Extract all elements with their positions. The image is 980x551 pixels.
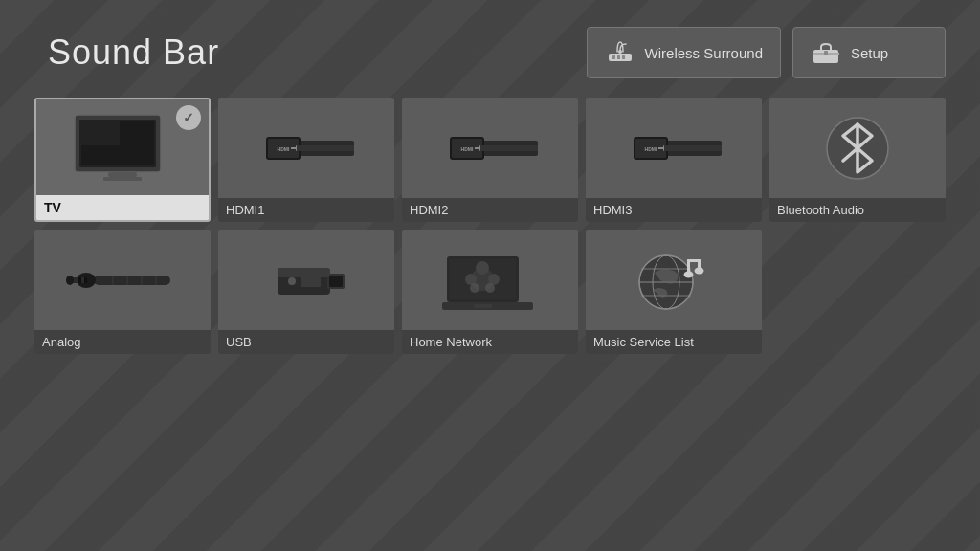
hdmi3-image: HDMI [586, 98, 762, 198]
svg-rect-10 [108, 172, 137, 177]
svg-point-54 [476, 261, 489, 275]
svg-rect-13 [81, 121, 120, 145]
grid-item-home-network[interactable]: Home Network [402, 230, 578, 354]
selected-checkmark: ✓ [176, 105, 201, 130]
hdmi1-label: HDMI1 [218, 198, 394, 222]
grid-item-tv[interactable]: ✓ TV [34, 98, 211, 222]
svg-rect-49 [301, 276, 321, 287]
tv-label: TV [36, 195, 209, 220]
header-buttons: Wireless Surround Setup [587, 27, 946, 78]
svg-rect-11 [103, 177, 142, 181]
grid-item-analog[interactable]: Analog [34, 230, 211, 354]
header: Sound Bar Wirele [0, 0, 980, 98]
music-service-label: Music Service List [586, 330, 762, 354]
wireless-surround-button[interactable]: Wireless Surround [587, 27, 781, 78]
grid-item-music-service[interactable]: Music Service List [586, 230, 762, 354]
page-title: Sound Bar [48, 33, 219, 73]
hdmi2-label: HDMI2 [402, 198, 578, 222]
svg-rect-34 [94, 276, 170, 285]
wireless-surround-icon [605, 37, 635, 68]
music-service-image [586, 230, 762, 330]
svg-point-4 [618, 50, 622, 54]
grid-item-usb[interactable]: USB [218, 230, 394, 354]
svg-rect-46 [329, 276, 343, 287]
setup-button[interactable]: Setup [792, 27, 946, 78]
svg-text:HDMI: HDMI [461, 146, 474, 152]
svg-point-57 [470, 283, 479, 293]
svg-point-48 [288, 277, 296, 285]
grid-item-hdmi2[interactable]: HDMI HDMI2 [402, 98, 578, 222]
hdmi2-image: HDMI [402, 98, 578, 198]
svg-text:HDMI: HDMI [278, 146, 290, 152]
svg-rect-60 [474, 304, 492, 308]
setup-label: Setup [851, 45, 888, 61]
bluetooth-label: Bluetooth Audio [769, 198, 946, 222]
home-network-image [402, 230, 578, 330]
svg-point-70 [684, 271, 694, 277]
analog-image [34, 230, 211, 330]
svg-rect-19 [297, 145, 354, 151]
svg-rect-38 [78, 277, 81, 283]
grid-item-bluetooth[interactable]: Bluetooth Audio [769, 98, 946, 222]
usb-image [218, 230, 394, 330]
analog-label: Analog [34, 330, 211, 354]
grid-item-hdmi3[interactable]: HDMI HDMI3 [586, 98, 762, 222]
wireless-surround-label: Wireless Surround [645, 45, 763, 61]
svg-rect-39 [84, 277, 87, 283]
sound-bar-page: Sound Bar Wirele [0, 0, 980, 551]
svg-text:HDMI: HDMI [645, 146, 657, 152]
svg-point-71 [695, 267, 704, 274]
source-grid: ✓ TV HDMI [0, 98, 980, 354]
bluetooth-image [769, 98, 946, 198]
svg-point-37 [66, 276, 74, 285]
svg-rect-3 [622, 55, 625, 59]
svg-rect-1 [612, 55, 615, 59]
usb-label: USB [218, 330, 394, 354]
hdmi3-label: HDMI3 [586, 198, 762, 222]
grid-item-hdmi1[interactable]: HDMI HDMI1 [218, 98, 394, 222]
hdmi1-image: HDMI [218, 98, 394, 198]
svg-point-58 [485, 283, 495, 293]
home-network-label: Home Network [402, 330, 578, 354]
setup-icon [811, 37, 841, 68]
svg-rect-7 [824, 51, 828, 55]
svg-rect-25 [480, 145, 538, 151]
svg-rect-31 [664, 145, 722, 151]
svg-rect-2 [617, 55, 620, 59]
